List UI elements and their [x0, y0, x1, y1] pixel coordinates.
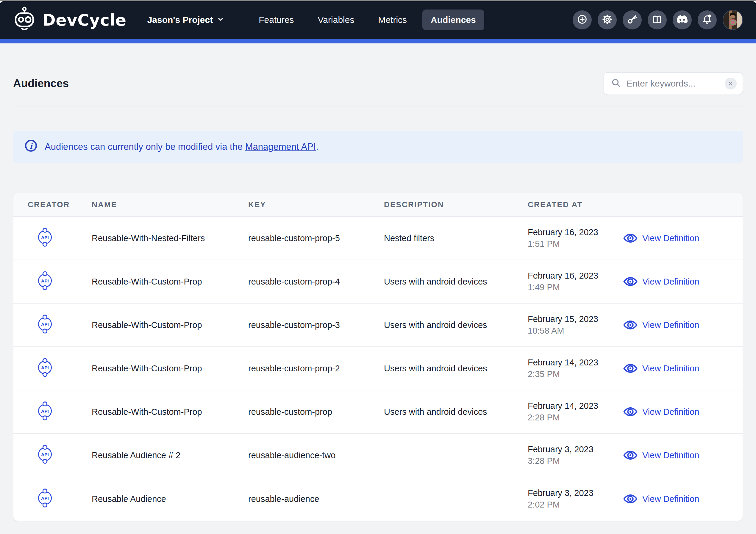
column-header-creator: CREATOR — [14, 200, 92, 209]
column-header-key: KEY — [248, 200, 384, 209]
created-date: February 3, 2023 — [528, 487, 623, 499]
discord-button[interactable] — [673, 11, 692, 29]
key-icon — [627, 14, 637, 26]
view-definition-link[interactable]: View Definition — [642, 233, 699, 243]
column-header-description: DESCRIPTION — [384, 200, 528, 209]
eye-icon — [623, 231, 637, 245]
created-time: 3:28 PM — [528, 455, 623, 467]
project-selector[interactable]: Jason's Project — [147, 15, 225, 25]
chevron-down-icon — [217, 15, 224, 25]
svg-text:API: API — [41, 365, 49, 370]
audience-key: reusable-custom-prop — [248, 407, 384, 417]
audience-name: Reusable-With-Custom-Prop — [92, 277, 248, 287]
create-button[interactable] — [573, 11, 592, 29]
brand-wordmark: DevCycle — [42, 11, 126, 29]
accent-bar — [0, 38, 756, 43]
table-row: API Reusable-With-Custom-Prop reusable-c… — [14, 347, 742, 391]
audience-description: Users with android devices — [384, 407, 528, 417]
api-creator-icon: API — [37, 400, 53, 421]
view-definition-link[interactable]: View Definition — [642, 450, 699, 460]
user-avatar[interactable] — [723, 10, 743, 30]
search-input[interactable] — [627, 79, 725, 89]
nav-item-audiences[interactable]: Audiences — [422, 10, 484, 30]
discord-icon — [677, 14, 688, 26]
audiences-table: CREATOR NAME KEY DESCRIPTION CREATED AT … — [13, 193, 743, 521]
svg-text:API: API — [41, 409, 49, 414]
search-box[interactable] — [604, 72, 743, 95]
navbar-actions — [573, 10, 743, 30]
nav-item-variables[interactable]: Variables — [310, 10, 363, 30]
view-definition-link[interactable]: View Definition — [642, 364, 699, 373]
created-date: February 15, 2023 — [528, 313, 623, 325]
audience-description: Users with android devices — [384, 364, 528, 373]
column-header-name: NAME — [92, 200, 248, 209]
nav-item-features[interactable]: Features — [250, 10, 302, 30]
eye-icon — [623, 405, 637, 419]
api-keys-button[interactable] — [623, 11, 642, 29]
view-definition-link[interactable]: View Definition — [642, 407, 699, 417]
created-time: 2:35 PM — [528, 369, 623, 380]
view-definition-link[interactable]: View Definition — [642, 277, 699, 287]
api-creator-icon: API — [37, 487, 53, 509]
column-header-created-at: CREATED AT — [528, 200, 623, 209]
svg-text:API: API — [41, 235, 49, 240]
search-clear-button[interactable] — [725, 78, 737, 89]
created-date: February 3, 2023 — [528, 444, 623, 455]
api-creator-icon: API — [37, 227, 53, 248]
management-api-link[interactable]: Management API — [245, 141, 316, 152]
robot-logo-icon — [13, 6, 36, 34]
table-header: CREATOR NAME KEY DESCRIPTION CREATED AT — [14, 193, 742, 217]
api-creator-icon: API — [37, 357, 53, 378]
audience-key: reusable-custom-prop-3 — [248, 320, 384, 330]
table-row: API Reusable-With-Custom-Prop reusable-c… — [14, 391, 742, 434]
book-icon — [652, 14, 662, 26]
docs-button[interactable] — [648, 11, 667, 29]
created-time: 10:58 AM — [528, 325, 623, 337]
main-content: Audiences i Audiences can currently only… — [0, 72, 756, 521]
created-date: February 16, 2023 — [528, 227, 623, 238]
audience-key: reusable-custom-prop-4 — [248, 277, 384, 287]
eye-icon — [623, 492, 637, 506]
settings-button[interactable] — [598, 11, 617, 29]
table-row: API Reusable Audience # 2 reusable-audie… — [14, 434, 742, 477]
devcycle-logo[interactable]: DevCycle — [13, 6, 126, 34]
eye-icon — [623, 274, 637, 289]
banner-text-suffix: . — [316, 141, 319, 152]
view-definition-link[interactable]: View Definition — [642, 494, 699, 504]
table-row: API Reusable Audience reusable-audience … — [14, 477, 742, 521]
notifications-button[interactable] — [698, 11, 717, 29]
banner-text: Audiences can currently only be modified… — [45, 141, 245, 152]
audience-description: Nested filters — [384, 233, 528, 243]
created-time: 2:28 PM — [528, 412, 623, 423]
svg-text:API: API — [41, 496, 49, 501]
audience-key: reusable-audience-two — [248, 450, 384, 460]
created-time: 2:02 PM — [528, 499, 623, 511]
gear-icon — [602, 14, 612, 26]
page-title: Audiences — [13, 77, 69, 90]
bell-icon — [702, 14, 713, 26]
audience-description: Users with android devices — [384, 320, 528, 330]
view-definition-link[interactable]: View Definition — [642, 320, 699, 330]
audience-name: Reusable Audience # 2 — [92, 450, 248, 460]
svg-text:API: API — [41, 322, 49, 327]
api-creator-icon: API — [37, 444, 53, 465]
svg-text:API: API — [41, 278, 49, 283]
plus-circle-icon — [577, 14, 587, 26]
project-selector-label: Jason's Project — [147, 15, 213, 25]
svg-text:i: i — [29, 141, 33, 150]
audience-name: Reusable-With-Custom-Prop — [92, 320, 248, 330]
api-creator-icon: API — [37, 270, 53, 292]
created-date: February 16, 2023 — [528, 270, 623, 282]
info-banner: i Audiences can currently only be modifi… — [13, 131, 743, 163]
created-date: February 14, 2023 — [528, 400, 623, 412]
table-row: API Reusable-With-Nested-Filters reusabl… — [14, 217, 742, 260]
audience-description: Users with android devices — [384, 277, 528, 287]
created-time: 1:51 PM — [528, 238, 623, 250]
nav-item-metrics[interactable]: Metrics — [370, 10, 415, 30]
audience-name: Reusable-With-Custom-Prop — [92, 407, 248, 417]
primary-nav: Features Variables Metrics Audiences — [250, 10, 484, 30]
search-icon — [611, 78, 621, 89]
top-navbar: DevCycle Jason's Project Features Variab… — [0, 1, 756, 38]
info-icon: i — [24, 139, 38, 155]
audience-name: Reusable-With-Custom-Prop — [92, 364, 248, 373]
